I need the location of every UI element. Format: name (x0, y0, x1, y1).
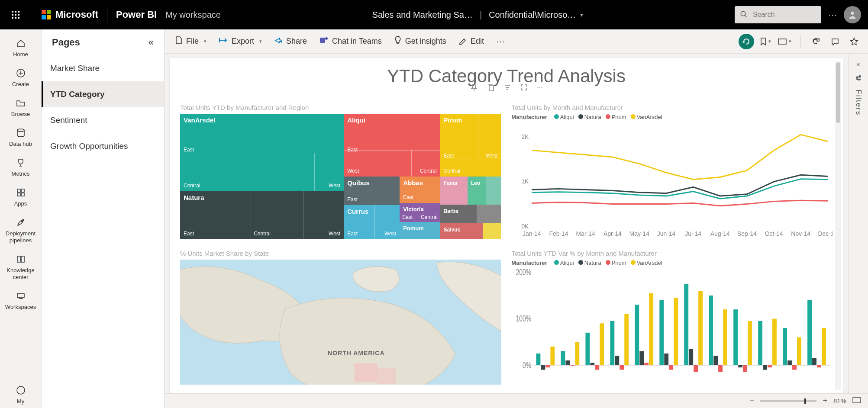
export-icon (219, 36, 228, 46)
more-icon[interactable]: ⋯ (537, 84, 543, 93)
edit-button[interactable]: Edit (454, 33, 488, 49)
focus-icon[interactable] (520, 84, 527, 93)
view-button[interactable]: ▾ (777, 34, 792, 49)
svg-rect-84 (713, 356, 718, 365)
export-menu[interactable]: Export▾ (214, 34, 266, 49)
treemap-body[interactable]: VanArsdel East Central West Natura East … (180, 114, 501, 239)
svg-rect-29 (320, 38, 325, 43)
svg-rect-10 (47, 10, 51, 14)
svg-text:Oct-14: Oct-14 (765, 230, 783, 237)
svg-rect-1 (15, 11, 16, 13)
page-growth[interactable]: Growth Opportunities (42, 133, 164, 159)
viz-map[interactable]: % Units Market Share by State NORTH A (180, 250, 501, 385)
svg-rect-80 (689, 349, 693, 365)
nav-home[interactable]: Home (0, 34, 41, 61)
workspace-breadcrumb[interactable]: My workspace (165, 10, 221, 20)
barchart-body[interactable]: 0%100%200% (512, 269, 833, 385)
svg-text:100%: 100% (516, 313, 531, 323)
report-canvas[interactable]: YTD Category Trend Analysis ⋯ Total Unit… (170, 58, 843, 393)
share-button[interactable]: Share (270, 34, 311, 49)
vertical-scrollbar[interactable] (836, 62, 840, 123)
fit-page-button[interactable] (852, 397, 861, 405)
file-menu[interactable]: File▾ (171, 33, 211, 49)
title-center: Sales and Marketing Sa… | Confidential\M… (221, 10, 735, 20)
svg-rect-62 (575, 342, 579, 365)
apps-icon (15, 186, 27, 199)
svg-text:Dec-14: Dec-14 (818, 230, 833, 237)
sensitivity-label[interactable]: Confidential\Microso… (489, 10, 576, 20)
svg-rect-78 (674, 298, 678, 365)
search-box[interactable] (735, 6, 821, 23)
viz-linechart[interactable]: Total Units by Month and Manufacturer Ma… (512, 104, 833, 239)
nav-metrics[interactable]: Metrics (0, 153, 41, 180)
nav-apps[interactable]: Apps (0, 183, 41, 210)
more-icon[interactable]: ⋯ (828, 10, 837, 20)
svg-rect-71 (635, 305, 639, 365)
copy-icon[interactable] (487, 84, 494, 93)
canvas-area: YTD Category Trend Analysis ⋯ Total Unit… (165, 54, 848, 393)
svg-rect-61 (570, 365, 574, 366)
rocket-icon (15, 216, 27, 228)
insights-button[interactable]: Get insights (390, 33, 451, 50)
favorite-button[interactable] (846, 34, 862, 49)
collapse-icon[interactable]: « (148, 37, 154, 48)
reset-button[interactable] (739, 34, 754, 49)
microsoft-logo: Microsoft (42, 9, 98, 20)
svg-rect-73 (644, 363, 649, 365)
nav-datahub[interactable]: Data hub (0, 123, 41, 151)
nav-pipelines[interactable]: Deployment pipelines (0, 213, 41, 247)
left-nav: Home Create Browse Data hub Metrics Apps… (0, 29, 42, 408)
viz-treemap[interactable]: Total Units YTD by Manufacturer and Regi… (180, 104, 501, 239)
app-launcher-icon[interactable] (7, 6, 24, 23)
filter-icon[interactable] (504, 84, 511, 93)
zoom-slider[interactable] (760, 400, 816, 402)
svg-rect-94 (772, 318, 777, 365)
pages-title: Pages (52, 37, 80, 48)
map-body[interactable]: NORTH AMERICA (180, 260, 501, 385)
page-market-share[interactable]: Market Share (42, 55, 164, 81)
refresh-button[interactable] (808, 34, 824, 49)
svg-rect-81 (694, 365, 698, 372)
filter-slider-icon (855, 74, 862, 83)
pin-icon[interactable] (470, 84, 478, 93)
svg-rect-58 (550, 346, 555, 365)
avatar[interactable] (844, 6, 861, 23)
comment-button[interactable] (827, 34, 843, 49)
chat-teams-button[interactable]: Chat in Teams (315, 33, 386, 49)
search-input[interactable] (753, 11, 816, 19)
svg-rect-64 (590, 363, 594, 365)
report-name[interactable]: Sales and Marketing Sa… (372, 10, 473, 20)
legend-dot (606, 260, 610, 265)
svg-rect-85 (718, 365, 723, 372)
svg-line-14 (745, 15, 747, 17)
folder-icon (15, 97, 27, 109)
svg-rect-50 (377, 368, 395, 384)
pages-header: Pages « (42, 29, 164, 55)
nav-my[interactable]: My (0, 381, 41, 408)
svg-rect-89 (743, 365, 747, 372)
expand-icon[interactable]: « (857, 61, 860, 67)
nav-create[interactable]: Create (0, 64, 41, 91)
page-sentiment[interactable]: Sentiment (42, 107, 164, 133)
svg-point-19 (17, 129, 24, 132)
svg-rect-75 (659, 300, 664, 365)
nav-browse[interactable]: Browse (0, 93, 41, 121)
svg-rect-56 (541, 365, 545, 369)
svg-text:0K: 0K (521, 223, 529, 230)
trophy-icon (15, 157, 27, 169)
svg-rect-86 (723, 309, 727, 365)
bookmark-button[interactable]: ▾ (758, 34, 773, 49)
nav-workspaces[interactable]: Workspaces (0, 286, 41, 314)
svg-rect-0 (12, 11, 13, 13)
page-ytd-category[interactable]: YTD Category (42, 81, 164, 107)
svg-rect-12 (47, 15, 51, 19)
more-menu[interactable]: ⋯ (492, 34, 509, 49)
linechart-body[interactable]: 0K1K2KJan-14Feb-14Mar-14Apr-14May-14Jun-… (512, 123, 833, 239)
filters-pane-collapsed[interactable]: « Filters (848, 54, 868, 393)
viz-barchart[interactable]: Total Units YTD Var % by Month and Manuf… (512, 250, 833, 385)
chevron-down-icon[interactable]: ▾ (580, 11, 583, 18)
nav-knowledge[interactable]: Knowledge center (0, 250, 41, 284)
zoom-out-button[interactable]: − (750, 396, 755, 405)
svg-rect-92 (763, 365, 767, 369)
zoom-in-button[interactable]: + (823, 396, 827, 405)
